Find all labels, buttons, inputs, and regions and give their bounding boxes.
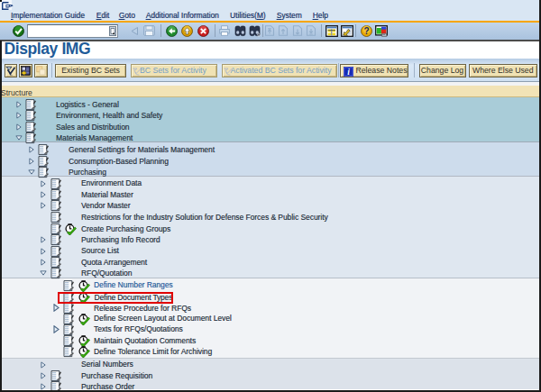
svg-text:?: ?: [363, 26, 369, 36]
svg-text:i: i: [347, 68, 350, 77]
